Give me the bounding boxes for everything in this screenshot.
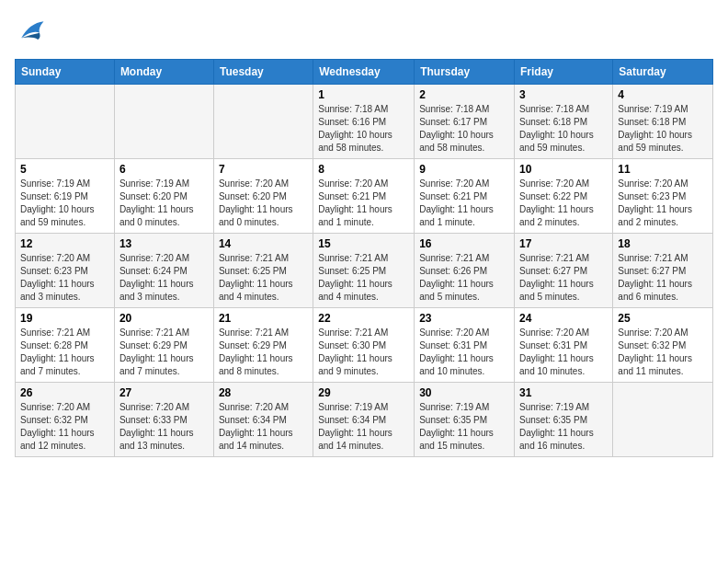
day-info: Sunrise: 7:18 AMSunset: 6:16 PMDaylight:… xyxy=(318,103,409,155)
calendar-cell: 20Sunrise: 7:21 AMSunset: 6:29 PMDayligh… xyxy=(114,308,213,383)
sunset-text: Sunset: 6:34 PM xyxy=(219,415,287,425)
sunset-text: Sunset: 6:25 PM xyxy=(318,266,386,276)
day-number: 13 xyxy=(119,237,209,250)
calendar-cell: 7Sunrise: 7:20 AMSunset: 6:20 PMDaylight… xyxy=(213,159,313,234)
sunrise-text: Sunrise: 7:18 AM xyxy=(318,104,388,114)
daylight-text: Daylight: 11 hours and 13 minutes. xyxy=(119,428,194,451)
day-number: 27 xyxy=(119,386,209,399)
sunrise-text: Sunrise: 7:20 AM xyxy=(219,402,289,412)
daylight-text: Daylight: 11 hours and 7 minutes. xyxy=(20,353,95,376)
calendar-cell xyxy=(213,85,313,159)
sunset-text: Sunset: 6:25 PM xyxy=(219,266,287,276)
sunset-text: Sunset: 6:22 PM xyxy=(519,191,587,201)
sunrise-text: Sunrise: 7:20 AM xyxy=(20,402,90,412)
sunset-text: Sunset: 6:20 PM xyxy=(119,191,188,201)
weekday-header-wednesday: Wednesday xyxy=(313,60,415,85)
weekday-header-thursday: Thursday xyxy=(415,60,515,85)
day-info: Sunrise: 7:19 AMSunset: 6:18 PMDaylight:… xyxy=(618,103,708,155)
day-number: 18 xyxy=(618,237,708,250)
sunrise-text: Sunrise: 7:19 AM xyxy=(318,402,388,412)
sunrise-text: Sunrise: 7:20 AM xyxy=(519,327,589,338)
week-row-2: 5Sunrise: 7:19 AMSunset: 6:19 PMDaylight… xyxy=(16,159,713,234)
calendar-cell: 11Sunrise: 7:20 AMSunset: 6:23 PMDayligh… xyxy=(613,159,713,234)
calendar-cell xyxy=(613,383,713,457)
calendar-cell: 3Sunrise: 7:18 AMSunset: 6:18 PMDaylight… xyxy=(515,85,613,159)
daylight-text: Daylight: 11 hours and 0 minutes. xyxy=(219,204,293,227)
day-number: 1 xyxy=(318,88,409,101)
sunset-text: Sunset: 6:31 PM xyxy=(419,340,487,350)
sunrise-text: Sunrise: 7:21 AM xyxy=(20,327,90,338)
week-row-4: 19Sunrise: 7:21 AMSunset: 6:28 PMDayligh… xyxy=(16,308,713,383)
calendar-cell: 16Sunrise: 7:21 AMSunset: 6:26 PMDayligh… xyxy=(415,234,515,308)
day-number: 11 xyxy=(618,163,708,176)
day-number: 26 xyxy=(20,386,109,399)
day-info: Sunrise: 7:18 AMSunset: 6:17 PMDaylight:… xyxy=(419,103,509,155)
day-info: Sunrise: 7:19 AMSunset: 6:20 PMDaylight:… xyxy=(119,178,209,229)
sunset-text: Sunset: 6:24 PM xyxy=(119,266,188,276)
calendar-cell: 5Sunrise: 7:19 AMSunset: 6:19 PMDaylight… xyxy=(16,159,115,234)
day-number: 29 xyxy=(318,386,409,399)
weekday-header-friday: Friday xyxy=(515,60,613,85)
sunrise-text: Sunrise: 7:20 AM xyxy=(419,178,489,189)
sunset-text: Sunset: 6:19 PM xyxy=(20,191,88,201)
sunset-text: Sunset: 6:23 PM xyxy=(618,191,686,201)
day-number: 7 xyxy=(219,163,308,176)
daylight-text: Daylight: 11 hours and 5 minutes. xyxy=(419,279,494,302)
weekday-header-tuesday: Tuesday xyxy=(213,60,313,85)
calendar-cell xyxy=(16,85,115,159)
day-info: Sunrise: 7:21 AMSunset: 6:29 PMDaylight:… xyxy=(119,327,209,378)
sunset-text: Sunset: 6:18 PM xyxy=(618,117,686,127)
day-number: 24 xyxy=(519,312,608,325)
calendar-cell: 28Sunrise: 7:20 AMSunset: 6:34 PMDayligh… xyxy=(213,383,313,457)
day-number: 22 xyxy=(318,312,409,325)
day-number: 8 xyxy=(318,163,409,176)
day-info: Sunrise: 7:21 AMSunset: 6:27 PMDaylight:… xyxy=(618,252,708,304)
calendar-cell: 2Sunrise: 7:18 AMSunset: 6:17 PMDaylight… xyxy=(415,85,515,159)
sunset-text: Sunset: 6:27 PM xyxy=(519,266,587,276)
day-number: 20 xyxy=(119,312,209,325)
sunset-text: Sunset: 6:21 PM xyxy=(419,191,487,201)
sunset-text: Sunset: 6:30 PM xyxy=(318,340,386,350)
day-info: Sunrise: 7:20 AMSunset: 6:31 PMDaylight:… xyxy=(419,327,509,378)
sunrise-text: Sunrise: 7:20 AM xyxy=(519,178,589,189)
logo-icon xyxy=(15,15,48,48)
sunset-text: Sunset: 6:23 PM xyxy=(20,266,88,276)
day-info: Sunrise: 7:20 AMSunset: 6:23 PMDaylight:… xyxy=(20,252,109,304)
day-number: 6 xyxy=(119,163,209,176)
calendar-cell: 30Sunrise: 7:19 AMSunset: 6:35 PMDayligh… xyxy=(415,383,515,457)
daylight-text: Daylight: 10 hours and 59 minutes. xyxy=(20,204,95,227)
sunrise-text: Sunrise: 7:18 AM xyxy=(419,104,489,114)
daylight-text: Daylight: 11 hours and 12 minutes. xyxy=(20,428,95,451)
calendar-cell: 19Sunrise: 7:21 AMSunset: 6:28 PMDayligh… xyxy=(16,308,115,383)
sunrise-text: Sunrise: 7:21 AM xyxy=(318,327,388,338)
calendar-table: SundayMondayTuesdayWednesdayThursdayFrid… xyxy=(15,59,713,457)
sunrise-text: Sunrise: 7:20 AM xyxy=(119,402,189,412)
sunrise-text: Sunrise: 7:19 AM xyxy=(419,402,489,412)
day-info: Sunrise: 7:20 AMSunset: 6:23 PMDaylight:… xyxy=(618,178,708,229)
page-header xyxy=(15,15,713,48)
sunset-text: Sunset: 6:32 PM xyxy=(20,415,88,425)
sunrise-text: Sunrise: 7:18 AM xyxy=(519,104,589,114)
day-info: Sunrise: 7:21 AMSunset: 6:30 PMDaylight:… xyxy=(318,327,409,378)
sunrise-text: Sunrise: 7:20 AM xyxy=(318,178,388,189)
day-number: 15 xyxy=(318,237,409,250)
day-number: 30 xyxy=(419,386,509,399)
daylight-text: Daylight: 11 hours and 14 minutes. xyxy=(219,428,293,451)
calendar-cell: 14Sunrise: 7:21 AMSunset: 6:25 PMDayligh… xyxy=(213,234,313,308)
day-info: Sunrise: 7:21 AMSunset: 6:26 PMDaylight:… xyxy=(419,252,509,304)
day-number: 19 xyxy=(20,312,109,325)
day-number: 23 xyxy=(419,312,509,325)
sunset-text: Sunset: 6:31 PM xyxy=(519,340,587,350)
sunset-text: Sunset: 6:33 PM xyxy=(119,415,188,425)
day-info: Sunrise: 7:20 AMSunset: 6:32 PMDaylight:… xyxy=(618,327,708,378)
day-info: Sunrise: 7:19 AMSunset: 6:35 PMDaylight:… xyxy=(419,401,509,453)
daylight-text: Daylight: 11 hours and 14 minutes. xyxy=(318,428,392,451)
daylight-text: Daylight: 11 hours and 7 minutes. xyxy=(119,353,194,376)
calendar-cell: 23Sunrise: 7:20 AMSunset: 6:31 PMDayligh… xyxy=(415,308,515,383)
calendar-cell: 6Sunrise: 7:19 AMSunset: 6:20 PMDaylight… xyxy=(114,159,213,234)
day-info: Sunrise: 7:21 AMSunset: 6:25 PMDaylight:… xyxy=(318,252,409,304)
sunset-text: Sunset: 6:20 PM xyxy=(219,191,287,201)
day-info: Sunrise: 7:20 AMSunset: 6:34 PMDaylight:… xyxy=(219,401,308,453)
day-number: 4 xyxy=(618,88,708,101)
calendar-cell: 21Sunrise: 7:21 AMSunset: 6:29 PMDayligh… xyxy=(213,308,313,383)
